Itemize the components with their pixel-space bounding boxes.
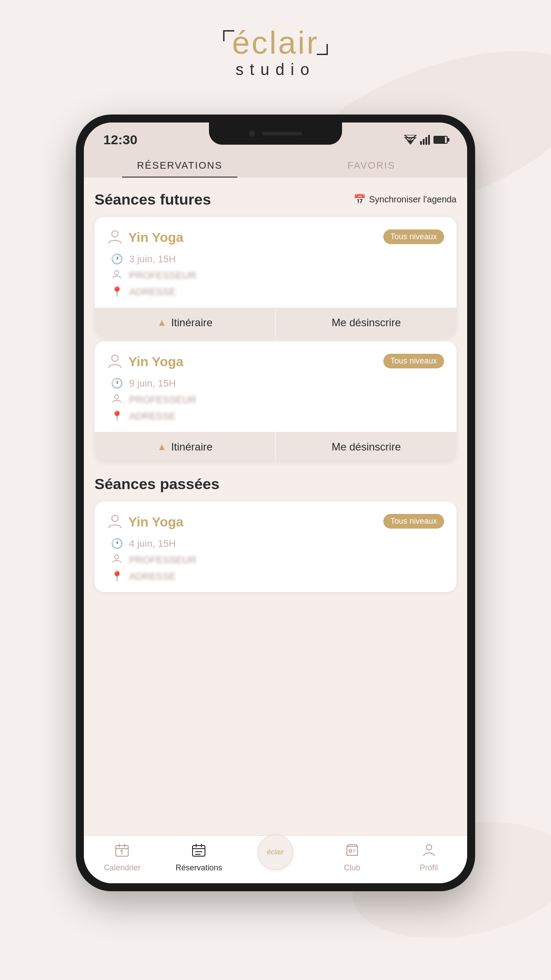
itinerary-button-1[interactable]: ▲ Itinéraire — [94, 308, 275, 338]
nav-arrow-icon-2: ▲ — [157, 441, 167, 453]
svg-point-12 — [115, 555, 119, 559]
logo-sub: studio — [236, 60, 315, 79]
logo-area: éclair studio — [232, 27, 319, 79]
clock-icon-past-1: 🕐 — [110, 538, 123, 549]
notch-camera — [249, 130, 255, 137]
session-teacher-past-1: PROFESSEUR — [129, 554, 197, 566]
section-title-passees: Séances passées — [94, 475, 220, 493]
wifi-icon — [404, 135, 417, 145]
session-date-past-1: 4 juin, 15H — [129, 538, 176, 549]
center-logo-circle: éclair — [258, 834, 293, 870]
content-area: Séances futures 📅 Synchroniser l'agenda — [84, 178, 467, 835]
signal-icon — [420, 135, 430, 145]
tab-favoris[interactable]: FAVORIS — [276, 152, 467, 178]
session-card-past-1: Yin Yoga Tous niveaux 🕐 4 juin, 15H — [94, 502, 457, 592]
battery-fill — [434, 137, 445, 143]
section-header-futures: Séances futures 📅 Synchroniser l'agenda — [94, 191, 457, 208]
bottom-nav: Calendrier Réservations é — [84, 835, 467, 883]
notch-speaker — [262, 132, 302, 135]
card-info-1: 🕐 3 juin, 15H PROFESSEUR — [107, 253, 444, 298]
nav-item-center[interactable]: éclair — [237, 843, 314, 873]
session-card-1: Yin Yoga Tous niveaux 🕐 3 juin, 15H — [94, 217, 457, 338]
status-icons — [404, 135, 448, 145]
phone-screen: 12:30 — [84, 122, 467, 883]
session-title-1: Yin Yoga — [128, 230, 183, 245]
center-logo-text: éclair — [267, 848, 284, 856]
svg-point-23 — [349, 850, 352, 852]
reservations-nav-icon — [192, 843, 206, 861]
teacher-icon-2 — [110, 394, 123, 406]
svg-point-8 — [115, 271, 119, 275]
tab-reservations[interactable]: RÉSERVATIONS — [84, 152, 276, 178]
level-badge-1: Tous niveaux — [383, 229, 444, 244]
card-header-1: Yin Yoga Tous niveaux — [107, 229, 444, 245]
svg-rect-3 — [420, 141, 422, 145]
location-icon-past-1: 📍 — [110, 571, 123, 582]
club-icon — [345, 843, 359, 861]
nav-item-club[interactable]: Club — [314, 843, 390, 873]
unsubscribe-button-2[interactable]: Me désinscrire — [276, 432, 457, 462]
nav-item-calendrier[interactable]: Calendrier — [84, 843, 161, 873]
session-address-past-1: ADRESSE — [129, 571, 176, 582]
card-actions-1: ▲ Itinéraire Me désinscrire — [94, 308, 457, 338]
session-teacher-1: PROFESSEUR — [129, 270, 197, 281]
profil-label: Profil — [420, 863, 438, 873]
session-title-past-1: Yin Yoga — [128, 514, 183, 530]
nav-arrow-icon-1: ▲ — [157, 317, 167, 328]
address-row-past-1: 📍 ADRESSE — [110, 571, 444, 582]
nav-item-profil[interactable]: Profil — [390, 843, 467, 873]
reservations-nav-label: Réservations — [176, 863, 222, 873]
location-icon-1: 📍 — [110, 286, 123, 298]
person-icon-1 — [107, 229, 123, 245]
svg-rect-4 — [423, 139, 425, 145]
sync-calendar-button[interactable]: 📅 Synchroniser l'agenda — [354, 194, 457, 205]
session-address-1: ADRESSE — [129, 286, 176, 298]
card-body-1: Yin Yoga Tous niveaux 🕐 3 juin, 15H — [94, 217, 457, 308]
card-info-past-1: 🕐 4 juin, 15H PROFESSEUR — [107, 538, 444, 582]
session-date-1: 3 juin, 15H — [129, 253, 176, 265]
svg-rect-6 — [428, 135, 430, 145]
level-badge-2: Tous niveaux — [383, 354, 444, 368]
sync-label: Synchroniser l'agenda — [369, 194, 457, 205]
profil-icon — [422, 843, 436, 861]
date-row-2: 🕐 9 juin, 15H — [110, 378, 444, 389]
teacher-row-2: PROFESSEUR — [110, 394, 444, 406]
calendrier-icon — [115, 843, 129, 861]
clock-icon-1: 🕐 — [110, 253, 123, 265]
teacher-icon-past-1 — [110, 554, 123, 566]
person-icon-2 — [107, 354, 123, 370]
battery-icon — [433, 136, 448, 144]
nav-item-reservations[interactable]: Réservations — [161, 843, 237, 873]
location-icon-2: 📍 — [110, 411, 123, 422]
session-card-2: Yin Yoga Tous niveaux 🕐 9 juin, 15H — [94, 341, 457, 462]
logo-main: éclair — [232, 27, 319, 59]
calendar-icon: 📅 — [354, 194, 366, 205]
unsubscribe-button-1[interactable]: Me désinscrire — [276, 308, 457, 338]
address-row-2: 📍 ADRESSE — [110, 411, 444, 422]
card-info-2: 🕐 9 juin, 15H PROFESSEUR — [107, 378, 444, 422]
svg-point-9 — [112, 355, 118, 361]
card-header-2: Yin Yoga Tous niveaux — [107, 354, 444, 370]
svg-point-11 — [112, 515, 118, 522]
card-body-past-1: Yin Yoga Tous niveaux 🕐 4 juin, 15H — [94, 502, 457, 592]
svg-point-10 — [115, 395, 119, 399]
level-badge-past-1: Tous niveaux — [383, 514, 444, 529]
status-time: 12:30 — [103, 132, 138, 147]
date-row-past-1: 🕐 4 juin, 15H — [110, 538, 444, 549]
phone-notch — [209, 122, 342, 145]
person-icon-past-1 — [107, 514, 123, 530]
date-row-1: 🕐 3 juin, 15H — [110, 253, 444, 265]
teacher-row-1: PROFESSEUR — [110, 269, 444, 282]
card-title-row-1: Yin Yoga — [107, 229, 183, 245]
svg-rect-5 — [425, 137, 427, 145]
card-title-row-2: Yin Yoga — [107, 354, 183, 370]
card-header-past-1: Yin Yoga Tous niveaux — [107, 514, 444, 530]
section-header-passees: Séances passées — [94, 475, 457, 493]
teacher-icon-1 — [110, 269, 123, 282]
clock-icon-2: 🕐 — [110, 378, 123, 389]
itinerary-button-2[interactable]: ▲ Itinéraire — [94, 432, 275, 462]
address-row-1: 📍 ADRESSE — [110, 286, 444, 298]
card-title-row-past-1: Yin Yoga — [107, 514, 183, 530]
session-date-2: 9 juin, 15H — [129, 378, 176, 389]
svg-point-7 — [112, 231, 118, 237]
